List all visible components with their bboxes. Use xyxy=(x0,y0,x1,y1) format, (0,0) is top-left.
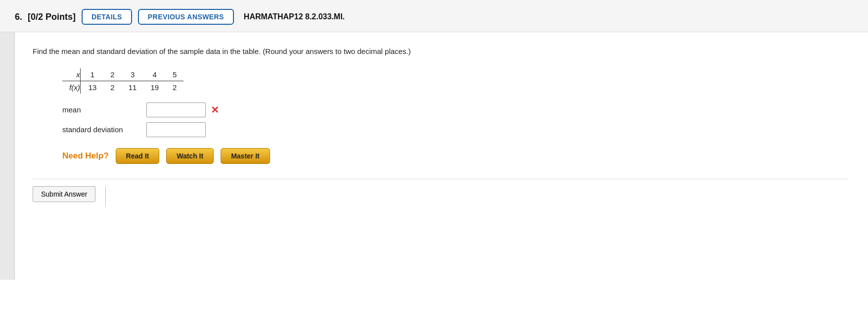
fx-val-5: 2 xyxy=(166,81,183,94)
question-text: Find the mean and standard deviation of … xyxy=(33,46,848,57)
submit-area: Submit Answer xyxy=(33,179,848,206)
mean-label: mean xyxy=(62,105,141,114)
master-it-button[interactable]: Master It xyxy=(221,148,270,164)
content-area: Find the mean and standard deviation of … xyxy=(0,32,868,280)
fx-label: f(x) xyxy=(62,81,80,94)
question-code: HARMATHAP12 8.2.033.MI. xyxy=(244,12,345,21)
fx-val-1: 13 xyxy=(80,81,103,94)
stddev-row: standard deviation xyxy=(62,122,848,137)
submit-answer-button[interactable]: Submit Answer xyxy=(33,186,95,202)
need-help-row: Need Help? Read It Watch It Master It xyxy=(62,148,848,164)
fx-val-4: 19 xyxy=(143,81,166,94)
read-it-button[interactable]: Read It xyxy=(116,148,160,164)
x-val-4: 4 xyxy=(143,68,166,81)
question-header: 6. [0/2 Points] DETAILS PREVIOUS ANSWERS… xyxy=(0,0,868,32)
details-button[interactable]: DETAILS xyxy=(82,9,132,25)
table-x-row: x 1 2 3 4 5 xyxy=(62,68,183,81)
x-val-1: 1 xyxy=(80,68,103,81)
question-number: 6. [0/2 Points] xyxy=(15,12,76,22)
stddev-label: standard deviation xyxy=(62,125,141,134)
mean-row: mean ✕ xyxy=(62,103,848,117)
x-label: x xyxy=(62,68,80,81)
watch-it-button[interactable]: Watch It xyxy=(166,148,214,164)
left-border xyxy=(0,32,15,280)
table-wrapper: x 1 2 3 4 5 f(x) 13 2 11 19 2 xyxy=(62,68,848,94)
need-help-label: Need Help? xyxy=(62,151,109,161)
x-val-3: 3 xyxy=(122,68,144,81)
x-val-5: 5 xyxy=(166,68,183,81)
data-table: x 1 2 3 4 5 f(x) 13 2 11 19 2 xyxy=(62,68,183,94)
page-wrapper: 6. [0/2 Points] DETAILS PREVIOUS ANSWERS… xyxy=(0,0,868,309)
mean-error-icon: ✕ xyxy=(211,104,219,116)
stddev-input[interactable] xyxy=(146,122,206,137)
form-rows: mean ✕ standard deviation xyxy=(62,103,848,137)
fx-val-2: 2 xyxy=(103,81,121,94)
table-fx-row: f(x) 13 2 11 19 2 xyxy=(62,81,183,94)
submit-note xyxy=(105,186,848,206)
mean-input[interactable] xyxy=(146,103,206,117)
main-content: Find the mean and standard deviation of … xyxy=(15,32,868,280)
fx-val-3: 11 xyxy=(122,81,144,94)
previous-answers-button[interactable]: PREVIOUS ANSWERS xyxy=(138,9,234,25)
x-val-2: 2 xyxy=(103,68,121,81)
